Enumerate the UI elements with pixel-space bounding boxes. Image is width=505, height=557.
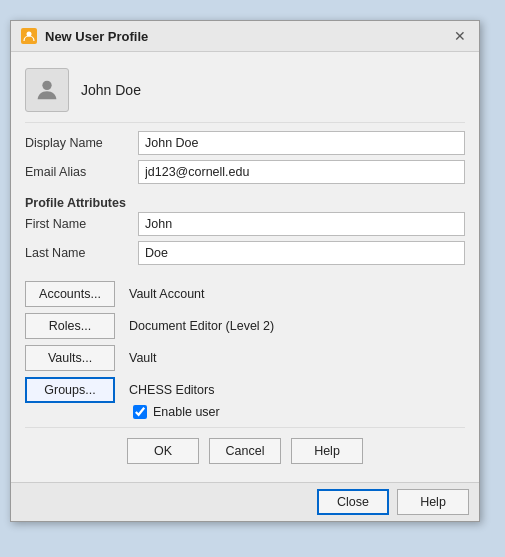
user-display-name: John Doe <box>81 82 141 98</box>
first-name-input[interactable] <box>138 212 465 236</box>
display-name-label: Display Name <box>25 136 130 150</box>
roles-value: Document Editor (Level 2) <box>129 319 274 333</box>
profile-attributes-heading: Profile Attributes <box>25 192 465 212</box>
vaults-button[interactable]: Vaults... <box>25 345 115 371</box>
first-name-row: First Name <box>25 212 465 236</box>
cancel-button[interactable]: Cancel <box>209 438 281 464</box>
footer-help-button[interactable]: Help <box>397 489 469 515</box>
accounts-button[interactable]: Accounts... <box>25 281 115 307</box>
enable-user-checkbox[interactable] <box>133 405 147 419</box>
groups-button[interactable]: Groups... <box>25 377 115 403</box>
title-bar: New User Profile ✕ <box>11 21 479 52</box>
dialog-new-user-profile: New User Profile ✕ John Doe Display Name… <box>10 20 480 522</box>
ok-button[interactable]: OK <box>127 438 199 464</box>
dialog-close-button[interactable]: ✕ <box>451 27 469 45</box>
display-name-input[interactable] <box>138 131 465 155</box>
profile-attributes-section: First Name Last Name <box>25 212 465 265</box>
roles-row: Roles... Document Editor (Level 2) <box>25 313 465 339</box>
dialog-footer: Close Help <box>11 482 479 521</box>
user-header: John Doe <box>25 62 465 123</box>
enable-user-row: Enable user <box>133 405 465 419</box>
roles-button[interactable]: Roles... <box>25 313 115 339</box>
last-name-input[interactable] <box>138 241 465 265</box>
last-name-row: Last Name <box>25 241 465 265</box>
dialog-body: John Doe Display Name Email Alias Profil… <box>11 52 479 482</box>
vaults-value: Vault <box>129 351 157 365</box>
accounts-value: Vault Account <box>129 287 205 301</box>
svg-point-1 <box>42 81 51 90</box>
first-name-label: First Name <box>25 217 130 231</box>
avatar <box>25 68 69 112</box>
dialog-icon <box>21 28 37 44</box>
help-button[interactable]: Help <box>291 438 363 464</box>
vaults-row: Vaults... Vault <box>25 345 465 371</box>
groups-value: CHESS Editors <box>129 383 214 397</box>
enable-user-label: Enable user <box>153 405 220 419</box>
email-alias-label: Email Alias <box>25 165 130 179</box>
accounts-row: Accounts... Vault Account <box>25 281 465 307</box>
accounts-section: Accounts... Vault Account Roles... Docum… <box>25 281 465 403</box>
display-name-section: Display Name Email Alias <box>25 131 465 184</box>
email-alias-input[interactable] <box>138 160 465 184</box>
footer-close-button[interactable]: Close <box>317 489 389 515</box>
action-button-row: OK Cancel Help <box>25 427 465 472</box>
dialog-title: New User Profile <box>45 29 443 44</box>
last-name-label: Last Name <box>25 246 130 260</box>
display-name-row: Display Name <box>25 131 465 155</box>
groups-row: Groups... CHESS Editors <box>25 377 465 403</box>
email-alias-row: Email Alias <box>25 160 465 184</box>
